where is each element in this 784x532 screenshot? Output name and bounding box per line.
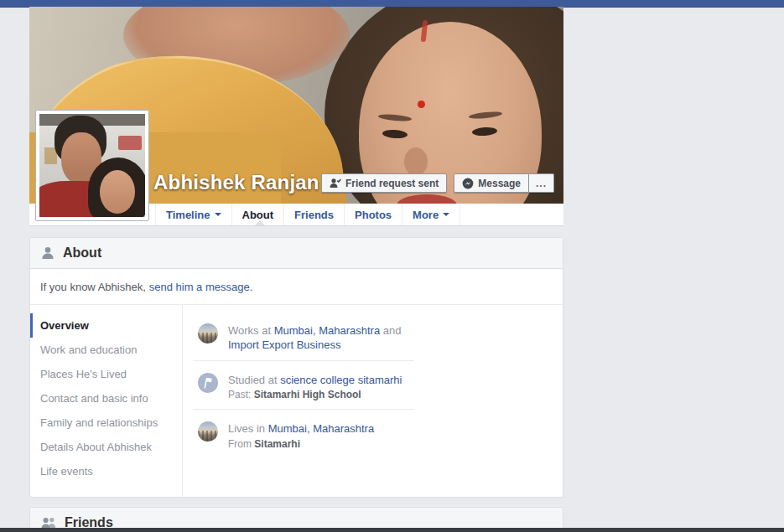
about-unit-link[interactable]: Mumbai, Maharashtra	[274, 324, 380, 337]
about-overview-units: Works at Mumbai, Maharashtra and Import …	[183, 305, 563, 498]
send-message-link[interactable]: send him a message.	[149, 281, 253, 293]
about-nav-item-family-and-relationships[interactable]: Family and relationships	[30, 411, 182, 435]
about-unit-text: Studied at science college sitamarhi	[228, 373, 402, 387]
hometown-photo-icon	[198, 421, 218, 442]
ellipsis-icon: ...	[536, 178, 547, 189]
friend-request-sent-button[interactable]: Friend request sent	[321, 173, 447, 193]
tab-label: More	[413, 209, 439, 221]
profile-name: Abhishek Ranjan	[153, 171, 319, 194]
message-label: Message	[478, 178, 521, 189]
about-intro-text: If you know Abhishek,	[40, 281, 146, 293]
tab-photos[interactable]: Photos	[345, 204, 402, 225]
about-unit-secondary-prefix: Past:	[228, 389, 254, 400]
tab-more[interactable]: More	[402, 204, 460, 225]
about-unit-secondary: Past: Sitamarhi High School	[228, 389, 402, 400]
about-unit: Works at Mumbai, Maharashtra and Import …	[193, 323, 414, 361]
about-columns: OverviewWork and educationPlaces He's Li…	[30, 305, 563, 498]
window-bottom-edge	[0, 528, 784, 532]
tab-timeline[interactable]: Timeline	[155, 204, 232, 225]
friends-header: Friends	[30, 508, 563, 529]
about-header: About	[30, 238, 563, 269]
facebook-profile-page: Abhishek Ranjan Friend request sent	[0, 0, 784, 532]
profile-picture[interactable]	[35, 110, 149, 221]
friends-title: Friends	[65, 515, 113, 529]
about-unit-secondary-link[interactable]: Sitamarhi High School	[254, 389, 361, 400]
message-button[interactable]: Message	[454, 173, 529, 193]
cover-art-bindi	[418, 101, 425, 108]
about-unit-link[interactable]: Import Export Business	[228, 338, 340, 351]
profile-picture-photo	[39, 114, 145, 217]
friend-added-icon	[330, 178, 341, 189]
education-flag-icon	[198, 373, 218, 393]
about-unit-secondary: From Sitamarhi	[228, 438, 374, 450]
message-button-group: Message ...	[454, 173, 554, 193]
tab-label: Friends	[294, 209, 334, 221]
about-section: About If you know Abhishek, send him a m…	[29, 237, 563, 498]
profile-art-sign	[118, 136, 142, 150]
about-unit-plain-text: Lives in	[228, 422, 268, 435]
friend-request-sent-label: Friend request sent	[345, 178, 439, 189]
about-title: About	[63, 245, 101, 261]
chevron-down-icon	[215, 213, 221, 216]
about-unit-secondary-prefix: From	[228, 438, 254, 450]
about-nav: OverviewWork and educationPlaces He's Li…	[30, 305, 183, 498]
friends-section: Friends	[29, 507, 563, 529]
about-unit-secondary-link[interactable]: Sitamarhi	[254, 438, 300, 450]
about-nav-item-work-and-education[interactable]: Work and education	[30, 338, 182, 362]
about-nav-item-places-he-s-lived[interactable]: Places He's Lived	[30, 362, 182, 386]
about-unit-plain-text: and	[380, 324, 401, 337]
about-unit-link[interactable]: science college sitamarhi	[280, 374, 402, 386]
tab-friends[interactable]: Friends	[284, 204, 345, 225]
about-nav-item-contact-and-basic-info[interactable]: Contact and basic info	[30, 386, 182, 411]
chevron-down-icon	[443, 213, 449, 216]
tab-label: About	[242, 209, 274, 221]
messenger-icon	[462, 178, 474, 189]
profile-art-woman-face	[100, 170, 135, 214]
more-options-button[interactable]: ...	[529, 173, 554, 193]
about-nav-item-details-about-abhishek[interactable]: Details About Abhishek	[30, 435, 182, 459]
cover-action-buttons: Friend request sent Message ...	[321, 173, 554, 193]
about-nav-item-life-events[interactable]: Life events	[30, 459, 182, 483]
person-icon	[40, 245, 55, 261]
about-intro: If you know Abhishek, send him a message…	[30, 269, 563, 305]
about-unit: Lives in Mumbai, MaharashtraFrom Sitamar…	[193, 421, 414, 457]
friends-icon	[40, 516, 57, 529]
about-unit-link[interactable]: Mumbai, Maharashtra	[268, 422, 374, 435]
about-unit-text: Works at Mumbai, Maharashtra and Import …	[228, 323, 406, 352]
about-unit: Studied at science college sitamarhiPast…	[193, 373, 414, 410]
tab-label: Timeline	[166, 209, 210, 221]
tab-label: Photos	[355, 209, 392, 221]
cover-art-nose	[404, 147, 428, 176]
about-unit-plain-text: Studied at	[228, 374, 280, 386]
workplace-photo-icon	[198, 323, 218, 343]
about-nav-item-overview[interactable]: Overview	[30, 313, 182, 338]
about-unit-text: Lives in Mumbai, Maharashtra	[228, 421, 374, 436]
active-tab-notch	[255, 220, 265, 225]
about-unit-plain-text: Works at	[228, 324, 274, 337]
